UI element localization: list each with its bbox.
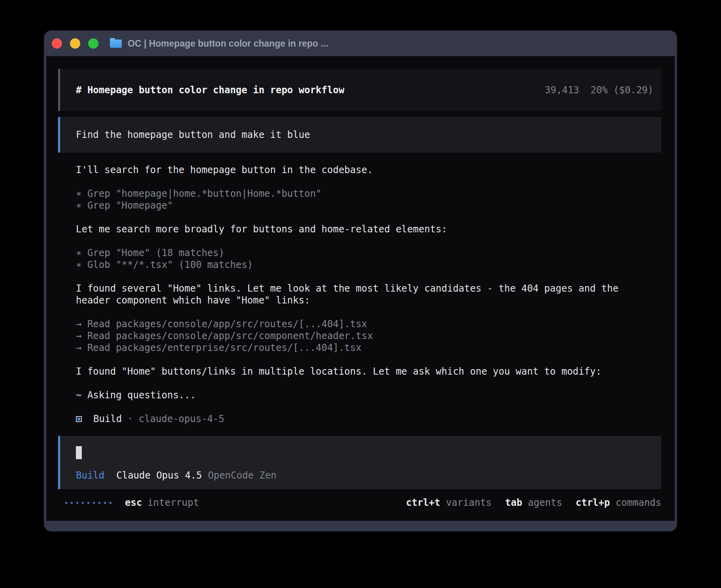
text-cursor[interactable] [76,446,82,459]
transcript-line: → Read packages/console/app/src/routes/[… [76,318,661,330]
transcript-line: ∗ Grep "homepage|home.*button|Home.*butt… [76,188,661,200]
transcript-line [76,211,661,223]
transcript-line [76,377,661,389]
transcript-line: → Read packages/console/app/src/componen… [76,330,661,342]
token-count: 39,413 [545,85,579,96]
agent-model-name: claude-opus-4-5 [139,413,225,424]
user-message: Find the homepage button and make it blu… [58,117,661,153]
transcript-line: I found several "Home" links. Let me loo… [76,283,661,294]
fullscreen-button[interactable] [88,38,98,49]
context-usage-cost: 20% ($0.29) [591,85,653,96]
terminal-content: # Homepage button color change in repo w… [46,56,675,521]
spinner-dots [65,502,111,504]
transcript-line: I found "Home" buttons/links in multiple… [76,366,661,377]
transcript-line [76,176,661,188]
spinner-dot [109,502,111,504]
transcript-line: ~ Asking questions... [76,389,661,401]
spinner-dot [93,502,95,504]
shortcut-hint: ctrl+t variants [406,496,492,510]
transcript-line [76,354,661,366]
transcript-line: ∗ Glob "**/*.tsx" (100 matches) [76,259,661,271]
esc-key-hint: esc [125,496,142,510]
session-header: # Homepage button color change in repo w… [58,69,661,111]
spinner-dot [76,502,78,504]
agent-build-icon-fill [77,418,80,420]
shortcut-hints: ctrl+t variantstab agentsctrl+p commands [406,496,661,510]
transcript-line: ∗ Grep "Home" (18 matches) [76,247,661,259]
shortcut-hint: ctrl+p commands [576,496,661,510]
session-title: # Homepage button color change in repo w… [76,85,344,96]
transcript-line: I'll search for the homepage button in t… [76,164,661,176]
folder-icon [110,40,122,48]
spinner-dot [82,502,84,504]
prompt-input[interactable]: Build Claude Opus 4.5 OpenCode Zen [58,436,661,489]
spinner-dot [98,502,100,504]
window-title: OC | Homepage button color change in rep… [128,38,328,49]
traffic-lights [52,38,98,49]
esc-action-label: interrupt [147,496,199,510]
spinner-dot [71,502,73,504]
transcript-line [76,401,661,413]
status-bar: esc interrupt ctrl+t variantstab agentsc… [58,496,661,510]
spinner-dot [104,502,106,504]
input-agent-label: Build [76,469,104,481]
transcript: I'll search for the homepage button in t… [76,164,661,413]
transcript-line [76,306,661,318]
spinner-dot [87,502,89,504]
transcript-line: header component which have "Home" links… [76,294,661,306]
transcript-line [76,271,661,283]
window-titlebar[interactable]: OC | Homepage button color change in rep… [46,31,675,56]
input-model-label: Claude Opus 4.5 [116,469,202,481]
agent-status-line: Build · claude-opus-4-5 [76,413,675,425]
user-message-text: Find the homepage button and make it blu… [76,129,310,140]
agent-build-icon [76,416,82,422]
agent-name: Build [93,413,122,424]
transcript-line: Let me search more broadly for buttons a… [76,223,661,235]
status-bar-left: esc interrupt [58,496,199,510]
input-status-line: Build Claude Opus 4.5 OpenCode Zen [76,469,653,481]
minimize-button[interactable] [70,38,80,49]
spinner-dot [65,502,67,504]
transcript-line: ∗ Grep "Homepage" [76,200,661,211]
shortcut-hint: tab agents [505,496,562,510]
close-button[interactable] [52,38,62,49]
input-provider-label: OpenCode Zen [208,469,276,481]
transcript-line: → Read packages/enterprise/src/routes/[.… [76,342,661,354]
transcript-line [76,235,661,247]
terminal-window: OC | Homepage button color change in rep… [44,31,677,531]
agent-separator-dot: · [127,413,133,424]
session-stats: 39,413 20% ($0.29) [545,85,653,96]
